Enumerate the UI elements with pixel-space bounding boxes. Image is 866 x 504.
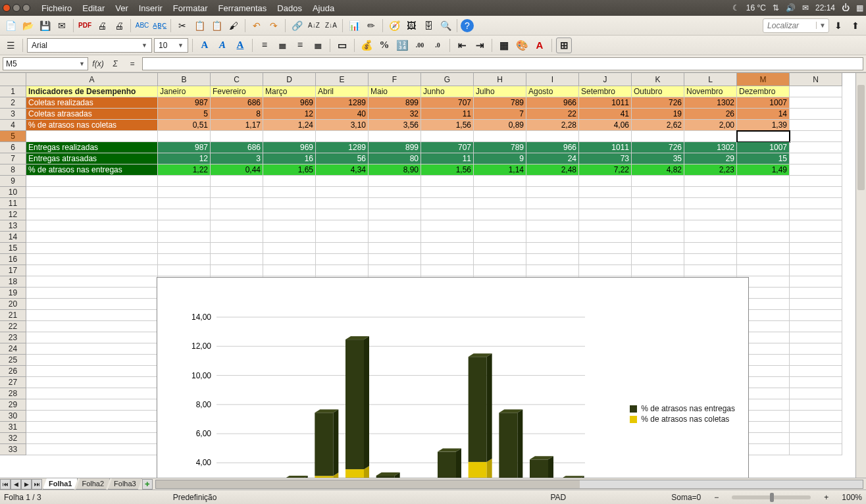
cell[interactable] xyxy=(26,288,158,299)
cell[interactable] xyxy=(26,433,158,444)
cell[interactable] xyxy=(632,187,684,198)
cell[interactable] xyxy=(26,243,158,254)
cell[interactable]: Indicadores de Desempenho xyxy=(26,86,158,97)
row-header-33[interactable]: 33 xyxy=(0,444,26,455)
cell[interactable] xyxy=(632,243,684,254)
col-header-D[interactable]: D xyxy=(263,73,316,86)
row-header-32[interactable]: 32 xyxy=(0,433,26,444)
row-header-23[interactable]: 23 xyxy=(0,332,26,343)
cell[interactable] xyxy=(526,198,579,209)
cell[interactable] xyxy=(632,198,684,209)
cell[interactable] xyxy=(158,198,211,209)
cell[interactable]: Novembro xyxy=(684,86,737,97)
cell[interactable] xyxy=(737,198,790,209)
cell[interactable] xyxy=(211,265,263,276)
cell[interactable]: 73 xyxy=(579,153,632,164)
cell[interactable] xyxy=(26,220,158,232)
row-header-9[interactable]: 9 xyxy=(0,176,26,187)
cell[interactable] xyxy=(369,220,421,232)
cell[interactable] xyxy=(790,366,842,377)
minimize-window-button[interactable] xyxy=(13,4,20,12)
cell[interactable] xyxy=(790,220,842,232)
cell[interactable] xyxy=(790,399,842,411)
row-header-8[interactable]: 8 xyxy=(0,164,26,176)
cell[interactable]: Agosto xyxy=(526,86,579,97)
cell[interactable]: 40 xyxy=(316,109,369,120)
cell[interactable] xyxy=(369,265,421,276)
show-draw-button[interactable]: ✏ xyxy=(363,18,379,34)
cell[interactable] xyxy=(474,220,526,232)
row-header-14[interactable]: 14 xyxy=(0,232,26,243)
cell[interactable]: 1,56 xyxy=(421,164,474,176)
cell[interactable] xyxy=(474,243,526,254)
cell[interactable] xyxy=(737,131,790,142)
cell[interactable]: 1302 xyxy=(684,97,737,109)
cell[interactable] xyxy=(211,254,263,265)
find-dropdown-button[interactable]: ▼ xyxy=(816,22,828,29)
chart-object[interactable]: 0,002,004,006,008,0010,0012,0014,00Janei… xyxy=(157,277,749,478)
mail-icon[interactable]: ✉ xyxy=(802,3,809,13)
cell[interactable] xyxy=(263,243,316,254)
cell[interactable] xyxy=(790,321,842,332)
tab-last-button[interactable]: ⏭ xyxy=(32,479,42,490)
cell[interactable]: 2,28 xyxy=(526,120,579,131)
cell[interactable]: 4,06 xyxy=(579,120,632,131)
cell[interactable] xyxy=(26,332,158,343)
cell[interactable] xyxy=(211,243,263,254)
col-header-K[interactable]: K xyxy=(632,73,684,86)
formula-input[interactable] xyxy=(142,57,863,70)
cell[interactable]: 80 xyxy=(369,153,421,164)
sort-asc-button[interactable]: A↓Z xyxy=(306,18,322,34)
cell[interactable] xyxy=(579,131,632,142)
cell[interactable] xyxy=(369,254,421,265)
cell[interactable] xyxy=(263,176,316,187)
cell[interactable] xyxy=(263,220,316,232)
cell[interactable] xyxy=(26,366,158,377)
menu-formatar[interactable]: Formatar xyxy=(168,2,213,14)
font-name-combo[interactable]: Arial▼ xyxy=(27,38,152,53)
cell[interactable]: 3 xyxy=(211,153,263,164)
menu-ver[interactable]: Ver xyxy=(110,2,134,14)
zoom-level[interactable]: 100% xyxy=(842,493,862,502)
tab-next-button[interactable]: ▶ xyxy=(21,479,32,490)
auto-spellcheck-button[interactable]: A̲B̲C̲ xyxy=(151,18,167,34)
open-button[interactable]: 📂 xyxy=(20,18,36,34)
row-header-27[interactable]: 27 xyxy=(0,377,26,388)
cell[interactable] xyxy=(790,120,842,131)
cell[interactable] xyxy=(632,232,684,243)
cell[interactable] xyxy=(684,254,737,265)
cell[interactable] xyxy=(316,131,369,142)
row-header-22[interactable]: 22 xyxy=(0,321,26,332)
cell[interactable]: Setembro xyxy=(579,86,632,97)
cell[interactable]: 11 xyxy=(421,153,474,164)
cell[interactable] xyxy=(316,187,369,198)
cell[interactable]: 969 xyxy=(263,97,316,109)
cell[interactable]: 686 xyxy=(211,97,263,109)
cell[interactable]: 987 xyxy=(158,142,211,153)
cell[interactable] xyxy=(790,377,842,388)
row-header-3[interactable]: 3 xyxy=(0,109,26,120)
cell[interactable]: Julho xyxy=(474,86,526,97)
cell[interactable] xyxy=(26,355,158,366)
cell[interactable] xyxy=(526,209,579,220)
cell[interactable]: 9 xyxy=(474,153,526,164)
help-button[interactable]: ? xyxy=(461,19,474,32)
cell[interactable] xyxy=(211,131,263,142)
cell[interactable] xyxy=(790,332,842,343)
cell[interactable] xyxy=(26,377,158,388)
cell[interactable] xyxy=(474,198,526,209)
cell[interactable] xyxy=(474,232,526,243)
row-header-7[interactable]: 7 xyxy=(0,153,26,164)
cell[interactable]: 29 xyxy=(684,153,737,164)
cell[interactable] xyxy=(632,254,684,265)
cell[interactable] xyxy=(26,198,158,209)
power-icon[interactable]: ⏻ xyxy=(842,3,850,13)
cell[interactable] xyxy=(526,176,579,187)
italic-button[interactable]: A xyxy=(215,38,230,53)
cell[interactable] xyxy=(26,276,158,288)
cell[interactable] xyxy=(421,232,474,243)
align-left-button[interactable]: ≡ xyxy=(257,38,272,53)
underline-button[interactable]: A xyxy=(232,38,248,53)
cell[interactable] xyxy=(790,198,842,209)
cell[interactable] xyxy=(369,232,421,243)
